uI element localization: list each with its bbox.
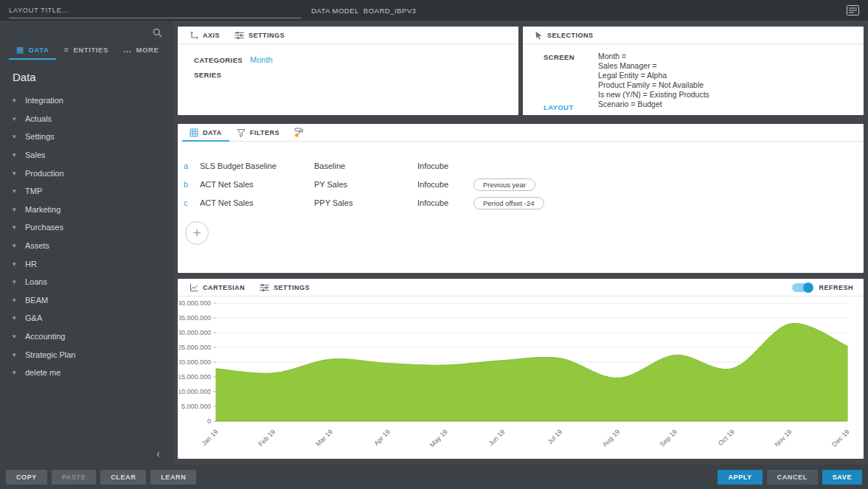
sidebar-item-sales[interactable]: ▾Sales (0, 146, 173, 164)
funnel-icon (237, 128, 246, 137)
time-offset-badge[interactable]: Period offset -24 (473, 197, 544, 209)
paste-button[interactable]: PASTE (52, 470, 96, 485)
row-source: Infocube (417, 162, 473, 170)
sidebar-tree: ▾Integration▾Actuals▾Settings▾Sales▾Prod… (0, 90, 173, 382)
layout-title-input[interactable]: LAYOUT TITLE... (9, 2, 301, 18)
apply-button[interactable]: APPLY (718, 470, 762, 485)
sidebar-item-label: TMP (25, 187, 42, 195)
cancel-button[interactable]: CANCEL (767, 470, 818, 485)
sidebar-item-label: Accounting (25, 332, 65, 341)
selection-line: Scenario = Budget (598, 100, 709, 109)
sidebar-item-label: BEAM (25, 296, 48, 305)
row-letter: c (184, 198, 200, 207)
paint-format-icon (294, 128, 304, 137)
pointer-icon (535, 31, 543, 40)
caret-down-icon: ▾ (13, 187, 18, 195)
copy-button[interactable]: COPY (6, 470, 47, 485)
layout-list-icon[interactable] (847, 5, 859, 15)
sidebar-item-integration[interactable]: ▾Integration (0, 91, 173, 110)
row-badge-cell: Period offset -24 (473, 198, 858, 207)
refresh-control: REFRESH (792, 283, 859, 292)
sliders-icon (260, 283, 269, 292)
axis-panel: AXIS SETTINGS CATEGORIES Month SERIES (178, 27, 518, 115)
row-badge-cell: Previous year (473, 180, 858, 189)
sidebar-section-title: Data (0, 60, 173, 90)
sidebar-item-accounting[interactable]: ▾Accounting (0, 327, 173, 346)
selections-panel: SELECTIONS SCREEN Month =Sales Manager =… (523, 27, 864, 115)
sidebar-tab-entities[interactable]: ≡ ENTITIES (56, 41, 116, 60)
row-name: SLS Budget Baseline (200, 162, 314, 170)
row-alias: PPY Sales (314, 198, 417, 207)
sliders-icon (235, 31, 244, 40)
caret-down-icon: ▾ (13, 278, 18, 285)
sidebar-item-g-a[interactable]: ▾G&A (0, 309, 173, 327)
selections-panel-head: SELECTIONS (523, 27, 864, 44)
sidebar-item-strategic-plan[interactable]: ▾Strategic Plan (0, 345, 173, 364)
sidebar: ▦ DATA ≡ ENTITIES … MORE Data ▾Integrati… (0, 21, 173, 465)
save-button[interactable]: SAVE (822, 470, 862, 485)
layout-title-placeholder: LAYOUT TITLE... (9, 6, 69, 14)
sidebar-item-label: Settings (25, 132, 55, 141)
sidebar-item-label: Strategic Plan (25, 350, 75, 359)
add-data-block-button[interactable]: + (185, 221, 209, 245)
data-block-row[interactable]: bACT Net SalesPY SalesInfocubePrevious y… (184, 175, 858, 193)
sidebar-item-production[interactable]: ▾Production (0, 164, 173, 182)
sidebar-tab-data[interactable]: ▦ DATA (9, 41, 56, 60)
sidebar-item-label: Actuals (25, 114, 52, 123)
tab-cartesian[interactable]: CARTESIAN (182, 279, 252, 296)
svg-text:Dec 19: Dec 19 (830, 428, 850, 448)
svg-text:Oct 19: Oct 19 (717, 428, 736, 447)
sidebar-item-loans[interactable]: ▾Loans (0, 273, 173, 291)
svg-text:Nov 19: Nov 19 (773, 428, 793, 448)
bottom-action-bar: COPY PASTE CLEAR LEARN APPLY CANCEL SAVE (0, 465, 868, 489)
sidebar-item-hr[interactable]: ▾HR (0, 254, 173, 273)
tab-chart-settings[interactable]: SETTINGS (252, 279, 317, 296)
sidebar-item-purchases[interactable]: ▾Purchases (0, 218, 173, 237)
svg-text:Jul 19: Jul 19 (546, 428, 563, 445)
time-offset-badge[interactable]: Previous year (473, 178, 535, 191)
data-block-row[interactable]: cACT Net SalesPPY SalesInfocubePeriod of… (184, 193, 858, 212)
caret-down-icon: ▾ (13, 260, 18, 268)
data-model-label: DATA MODEL BOARD_IBPV3 (311, 7, 416, 15)
toggle-knob (803, 282, 813, 293)
sidebar-item-settings[interactable]: ▾Settings (0, 128, 173, 146)
sidebar-item-beam[interactable]: ▾BEAM (0, 291, 173, 310)
tab-filters[interactable]: FILTERS (229, 124, 287, 142)
data-block-row[interactable]: aSLS Budget BaselineBaselineInfocube (184, 156, 858, 175)
tab-axis-settings[interactable]: SETTINGS (227, 27, 292, 44)
sidebar-item-marketing[interactable]: ▾Marketing (0, 201, 173, 219)
selections-body: SCREEN Month =Sales Manager =Legal Entit… (523, 44, 864, 114)
caret-down-icon: ▾ (13, 170, 18, 177)
caret-down-icon: ▾ (13, 242, 18, 249)
caret-down-icon: ▾ (13, 97, 18, 104)
svg-text:0: 0 (207, 417, 211, 425)
data-rows: aSLS Budget BaselineBaselineInfocubebACT… (178, 142, 864, 212)
categories-value-link[interactable]: Month (250, 55, 273, 64)
svg-text:10.000.000: 10.000.000 (179, 388, 211, 395)
data-model-value: BOARD_IBPV3 (364, 7, 417, 15)
caret-down-icon: ▾ (13, 206, 18, 213)
sidebar-tabs: ▦ DATA ≡ ENTITIES … MORE (0, 41, 173, 60)
tab-data-blocks[interactable]: DATA (182, 124, 229, 142)
svg-text:30.000.000: 30.000.000 (179, 329, 211, 336)
entities-list-icon: ≡ (63, 45, 69, 54)
layout-selection-link[interactable]: LAYOUT (544, 103, 574, 111)
tab-filters-label: FILTERS (250, 129, 280, 136)
sidebar-item-label: Assets (25, 241, 49, 250)
search-icon[interactable] (153, 27, 162, 41)
tab-selections[interactable]: SELECTIONS (527, 27, 601, 44)
tab-cartesian-label: CARTESIAN (203, 284, 245, 291)
refresh-toggle[interactable] (792, 283, 813, 292)
sidebar-item-delete-me[interactable]: ▾delete me (0, 364, 173, 382)
sidebar-item-label: Purchases (25, 223, 63, 232)
sidebar-item-actuals[interactable]: ▾Actuals (0, 110, 173, 128)
sidebar-item-assets[interactable]: ▾Assets (0, 237, 173, 255)
sidebar-tab-entities-label: ENTITIES (73, 46, 108, 54)
sidebar-tab-more[interactable]: … MORE (116, 41, 167, 60)
clear-button[interactable]: CLEAR (100, 470, 146, 485)
tab-format-paint[interactable] (287, 124, 311, 142)
sidebar-collapse-button[interactable]: ‹ (156, 448, 160, 459)
learn-button[interactable]: LEARN (150, 470, 196, 485)
sidebar-item-tmp[interactable]: ▾TMP (0, 182, 173, 201)
tab-axis[interactable]: AXIS (182, 27, 227, 44)
